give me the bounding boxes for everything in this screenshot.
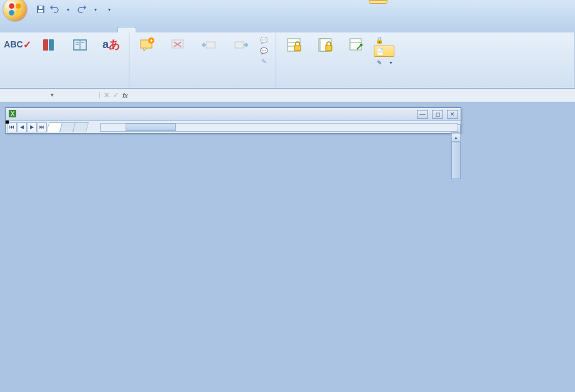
translate-icon: aあ [102, 36, 120, 54]
tab-review[interactable] [118, 27, 136, 32]
fx-icon[interactable]: fx [122, 92, 128, 99]
first-sheet-button[interactable]: ⏮ [7, 122, 17, 132]
svg-rect-28 [326, 46, 332, 51]
excel-file-icon: X [8, 109, 17, 119]
group-comments: ✦ 💬 💬 ✎ [129, 32, 276, 88]
redo-dropdown[interactable]: ▼ [90, 4, 101, 15]
svg-point-3 [16, 10, 21, 16]
qat-customize[interactable]: ▼ [104, 4, 115, 15]
svg-rect-21 [235, 42, 244, 48]
quick-access-toolbar: ▼ ▼ ▼ [35, 4, 115, 15]
protect-workbook-icon [316, 36, 334, 54]
hscroll-thumb[interactable] [126, 124, 176, 131]
ribbon-tabs [0, 19, 575, 32]
show-hide-comment-button[interactable]: 💬 [258, 35, 272, 45]
group-label-changes [279, 86, 572, 87]
cancel-formula-icon[interactable]: ✕ [104, 91, 109, 99]
spelling-button[interactable]: ABC✓ [2, 34, 32, 57]
tab-insert[interactable] [48, 27, 65, 32]
svg-point-2 [9, 10, 14, 16]
tab-data[interactable] [100, 27, 118, 32]
svg-point-0 [9, 3, 14, 9]
context-tab-label [369, 0, 388, 4]
protect-share-icon: 🔒 [375, 36, 384, 44]
save-icon [36, 5, 45, 14]
tab-page-layout[interactable] [65, 27, 82, 32]
ink-icon: ✎ [259, 57, 268, 66]
sheet-tab-3[interactable] [72, 122, 89, 132]
thesaurus-icon [71, 36, 89, 54]
group-changes: 🔒 📄 ✎ ▼ [276, 32, 575, 88]
svg-point-1 [16, 3, 21, 9]
workbook-titlebar: X — ◻ ✕ [6, 108, 461, 120]
svg-rect-5 [38, 10, 43, 12]
next-comment-button[interactable] [226, 34, 256, 57]
redo-icon [78, 5, 86, 14]
maximize-button[interactable]: ◻ [432, 110, 443, 119]
comment-icon: 💬 [259, 36, 268, 44]
svg-text:X: X [11, 110, 15, 117]
group-proofing: ABC✓ aあ [0, 32, 129, 88]
track-changes-icon: ✎ [375, 58, 384, 67]
name-box[interactable]: ▼ [0, 92, 100, 98]
tab-view[interactable] [136, 27, 154, 32]
new-comment-button[interactable]: ✦ [132, 34, 162, 57]
workbook-window: X — ◻ ✕ ▲ ▼ ⏮ ◀ ▶ ⏭ [5, 107, 461, 134]
research-button[interactable] [34, 34, 64, 57]
previous-icon [201, 36, 218, 54]
minimize-button[interactable]: — [417, 110, 428, 119]
next-icon [232, 36, 249, 54]
thesaurus-button[interactable] [65, 34, 95, 57]
svg-rect-20 [206, 42, 215, 48]
svg-rect-8 [49, 39, 54, 51]
tab-home[interactable] [30, 27, 48, 32]
undo-button[interactable] [49, 4, 60, 15]
show-ink-button[interactable]: ✎ [258, 56, 272, 66]
translate-button[interactable]: aあ [96, 34, 126, 57]
save-button[interactable] [35, 4, 46, 15]
workspace: X — ◻ ✕ ▲ ▼ ⏮ ◀ ▶ ⏭ [0, 102, 575, 139]
office-button[interactable] [2, 0, 28, 22]
track-changes-button[interactable]: ✎ ▼ [374, 57, 394, 67]
group-label-comments [132, 86, 273, 87]
formula-bar: ▼ ✕ ✓ fx [0, 89, 575, 102]
next-sheet-button[interactable]: ▶ [27, 122, 37, 132]
svg-rect-29 [350, 39, 361, 50]
svg-rect-25 [294, 46, 301, 51]
scroll-up-button[interactable]: ▲ [451, 133, 461, 142]
svg-text:✦: ✦ [149, 38, 154, 44]
allow-users-icon: 📄 [376, 47, 384, 56]
new-comment-icon: ✦ [138, 36, 156, 54]
allow-users-button[interactable]: 📄 [374, 46, 394, 57]
protect-sheet-button[interactable] [279, 34, 309, 57]
spelling-icon: ABC✓ [9, 36, 26, 54]
group-label-proofing [2, 86, 126, 87]
vscroll-thumb[interactable] [451, 142, 461, 179]
horizontal-scrollbar[interactable] [100, 123, 458, 132]
comments-icon: 💬 [259, 46, 268, 55]
previous-comment-button[interactable] [194, 34, 224, 57]
share-workbook-button[interactable] [341, 34, 371, 57]
share-workbook-icon [348, 36, 365, 54]
protect-share-button[interactable]: 🔒 [374, 35, 394, 45]
research-icon [40, 36, 58, 54]
protect-workbook-button[interactable] [310, 34, 340, 57]
name-box-dropdown-icon: ▼ [50, 92, 55, 98]
tab-formulas[interactable] [82, 27, 100, 32]
undo-icon [50, 5, 59, 14]
office-logo-icon [7, 1, 23, 17]
delete-comment-button[interactable] [163, 34, 193, 57]
tab-design[interactable] [172, 27, 190, 32]
undo-dropdown[interactable]: ▼ [62, 4, 74, 15]
prev-sheet-button[interactable]: ◀ [17, 122, 27, 132]
close-button[interactable]: ✕ [447, 110, 458, 119]
redo-button[interactable] [76, 4, 88, 15]
enter-formula-icon[interactable]: ✓ [113, 91, 119, 99]
svg-rect-7 [43, 39, 48, 51]
sheet-tab-bar: ⏮ ◀ ▶ ⏭ [6, 120, 461, 133]
svg-rect-6 [39, 6, 42, 9]
last-sheet-button[interactable]: ⏭ [37, 122, 47, 132]
protect-sheet-icon [285, 36, 302, 54]
show-all-comments-button[interactable]: 💬 [258, 46, 272, 56]
ribbon: ABC✓ aあ ✦ [0, 32, 575, 89]
